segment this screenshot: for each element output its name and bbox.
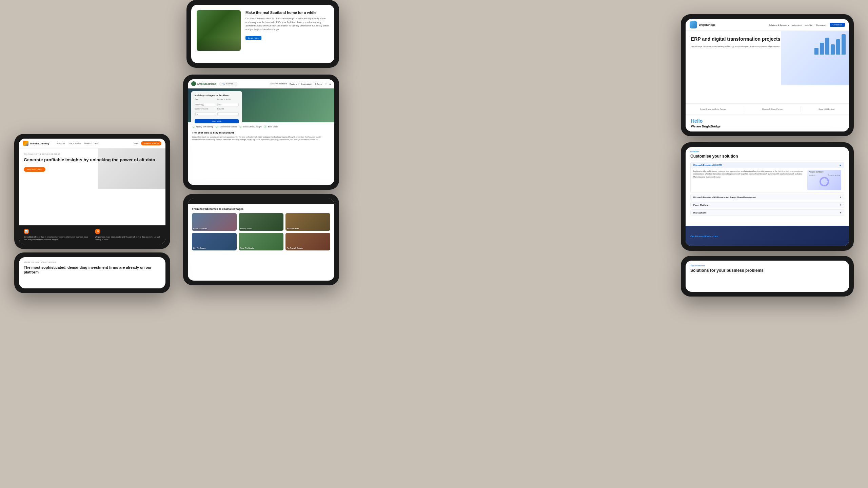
mc-tagline: WELCOME TO THE FUTURE OF ALPHA [24, 153, 161, 155]
transformation-label: Transformation [690, 265, 844, 267]
accordion-power-header[interactable]: Power Platform ▾ [691, 202, 844, 208]
lb-tagline: WHERE THE SMART MONEY'S MOVING [24, 261, 161, 263]
nav-company[interactable]: Company ▾ [816, 24, 826, 26]
mc-cta-button[interactable]: Request a demo [24, 167, 45, 172]
badge-label-3: Local Advice & Insight [243, 126, 262, 128]
wildlife-breaks-tile[interactable]: Wildlife Breaks [285, 213, 330, 231]
industries-text: Our Microsoft industries [690, 234, 718, 238]
scotland-heading: Make the real Scotland home for a while [245, 10, 329, 15]
road-trip-breaks-tile[interactable]: Road Trip Breaks [239, 233, 283, 250]
accordion-crm-title: Microsoft Dynamics 365 CRM [693, 164, 722, 166]
left-bottom-card: WHERE THE SMART MONEY'S MOVING The most … [14, 252, 170, 293]
search-box-title: Holiday cottages in Scotland [195, 94, 239, 97]
chevron-up-icon: ▲ [839, 164, 841, 166]
industries-section: Our Microsoft industries [686, 226, 849, 246]
nav-heart[interactable]: ♡ [325, 83, 327, 85]
mc-logo: Maiden Century [23, 141, 49, 146]
bb-logo: BrightBridge [690, 21, 715, 28]
mc-nav-links: Investors Data Scientists Vendors Team [57, 142, 99, 144]
oracle-partner: 4-star Oracle NetSuite Partner [700, 108, 726, 110]
bb-logo-icon [690, 21, 697, 28]
chevron-down-icon-3: ▾ [840, 211, 841, 214]
login-button[interactable]: Login [134, 142, 139, 144]
date-input[interactable] [195, 103, 216, 106]
bright-bridge-products-card: Products Customise your solution Microso… [681, 142, 854, 251]
divider-1 [744, 106, 744, 112]
search-icon: 🔍 [222, 83, 225, 85]
nav-discover[interactable]: Discover Scotland [271, 83, 287, 85]
accordion-power-title: Power Platform [693, 204, 708, 206]
check-icon-4: ✓ [263, 125, 267, 128]
date-label: Date [195, 98, 216, 100]
accordion-power: Power Platform ▾ [690, 202, 844, 208]
nav-investors[interactable]: Investors [57, 142, 65, 144]
search-button[interactable]: Search now [195, 119, 239, 123]
nav-solutions[interactable]: Solutions & Services ▾ [769, 24, 789, 26]
nav-menu[interactable]: ☰ [329, 83, 331, 85]
accordion-m365-header[interactable]: Microsoft 365 ▾ [691, 210, 844, 216]
bb-hello: Hello [691, 118, 844, 124]
accordion-crm-header[interactable]: Microsoft Dynamics 365 CRM ▲ [691, 162, 844, 168]
bb-hello-text: We are BrightBridge [691, 125, 844, 128]
crm-text: Looking to offer multichannel customer j… [693, 170, 805, 178]
nav-industries[interactable]: Industries ▾ [792, 24, 802, 26]
contact-button[interactable]: Contact us [830, 23, 845, 27]
embrace-logo-icon [191, 81, 196, 86]
mc-hero: WELCOME TO THE FUTURE OF ALPHA Generate … [19, 148, 165, 225]
embrace-search[interactable]: 🔍 Search... [219, 82, 237, 86]
hth-navbar [188, 199, 334, 204]
embrace-navbar: EmbracScotland 🔍 Search... Discover Scot… [188, 79, 334, 88]
bar-6 [842, 34, 846, 55]
microsoft-partner: Microsoft Silver Partner [762, 108, 783, 110]
accordion-finance-header[interactable]: Microsoft Dynamics 365 Finance and Suppl… [691, 194, 844, 200]
right-bottom-card: Transformation Solutions for your busine… [681, 256, 854, 297]
mc-navbar: Maiden Century Investors Data Scientists… [19, 139, 165, 148]
bb-chart [814, 34, 846, 55]
products-accordion-list: Microsoft Dynamics 365 CRM ▲ Looking to … [686, 162, 849, 226]
nav-team[interactable]: Team [94, 142, 99, 144]
guests-input[interactable] [195, 113, 216, 116]
pet-friendly-breaks-tile[interactable]: Pet Friendly Breaks [285, 233, 330, 250]
bb-hero-image [781, 31, 849, 85]
mc-feature-text-1: Consolidate all your data in one place t… [24, 236, 90, 241]
hth-content: From hot tub homes to coastal cottages R… [188, 204, 334, 281]
demo-button[interactable]: Request a demo [141, 141, 161, 145]
keyword-input[interactable] [217, 113, 239, 116]
mc-feature-1: 📊 Consolidate all your data in one place… [24, 229, 90, 241]
mc-logo-icon [23, 141, 28, 146]
products-title: Customise your solution [686, 154, 849, 162]
bar-3 [825, 38, 829, 55]
bar-1 [814, 48, 818, 55]
nights-input[interactable] [217, 103, 239, 106]
bright-bridge-card: BrightBridge Solutions & Services ▾ Indu… [681, 14, 854, 136]
bot-center-card: From hot tub homes to coastal cottages R… [183, 194, 339, 285]
nav-offers[interactable]: Offers ▾ [315, 83, 322, 85]
learn-more-button[interactable]: Learn more [245, 36, 261, 40]
activity-breaks-tile[interactable]: Activity Breaks [239, 213, 283, 231]
wildlife-breaks-label: Wildlife Breaks [287, 227, 299, 229]
mc-feature-text-2: We pre-load, map, clean, model and visua… [95, 236, 161, 241]
bb-hello-section: Hello We are BrightBridge [686, 115, 849, 131]
mc-features: 📊 Consolidate all your data in one place… [19, 225, 165, 245]
bb-navbar: BrightBridge Solutions & Services ▾ Indu… [686, 19, 849, 31]
accordion-finance-title: Microsoft Dynamics 365 Finance and Suppl… [693, 196, 756, 198]
nav-insights[interactable]: Insights ▾ [805, 24, 813, 26]
accordion-crm-body: Looking to offer multichannel customer j… [691, 168, 844, 192]
nav-vendors[interactable]: Vendors [84, 142, 92, 144]
romantic-breaks-tile[interactable]: Romantic Breaks [192, 213, 237, 231]
mc-nav-actions: Login Request a demo [134, 141, 161, 145]
maiden-century-card: Maiden Century Investors Data Scientists… [14, 134, 170, 249]
nav-data-scientists[interactable]: Data Scientists [68, 142, 81, 144]
best-way-text: EmbracScotland, our owners and partner a… [192, 136, 330, 141]
products-label: Products [686, 147, 849, 154]
nav-regions[interactable]: Regions ▾ [290, 83, 299, 85]
search-box: Holiday cottages in Scotland Date Number… [191, 91, 242, 126]
nav-inspiration[interactable]: Inspiration ▾ [301, 83, 312, 85]
rb-title: Solutions for your business problems [690, 268, 844, 273]
hot-tub-breaks-tile[interactable]: Hot Tub Breaks [192, 233, 237, 250]
mid-center-card: EmbracScotland 🔍 Search... Discover Scot… [183, 75, 339, 190]
category-grid-row1: Romantic Breaks Activity Breaks Wildlife… [192, 213, 330, 231]
embrace-hero: Holiday cottages in Scotland Date Number… [188, 88, 334, 122]
hot-tub-breaks-label: Hot Tub Breaks [193, 247, 206, 249]
keyword-label: Keyword [217, 108, 239, 110]
